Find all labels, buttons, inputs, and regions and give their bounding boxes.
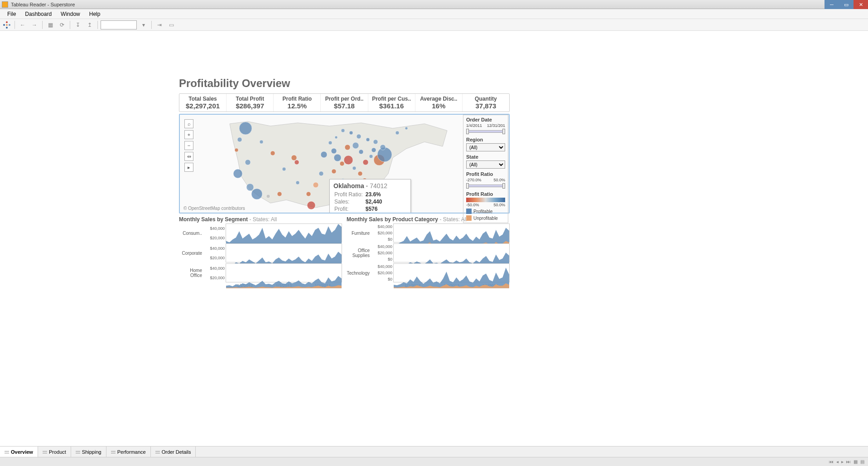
window-close-button[interactable]: ✕ (854, 0, 868, 9)
svg-point-27 (352, 166, 356, 170)
kpi-row: Total Sales$2,297,201Total Profit$286,39… (179, 93, 510, 112)
presentation-icon[interactable]: ▭ (166, 20, 176, 29)
menubar: File Dashboard Window Help (0, 9, 868, 19)
svg-point-0 (239, 122, 252, 135)
filter-state-label: State (466, 154, 505, 160)
app-icon (2, 1, 8, 8)
svg-point-47 (405, 127, 408, 130)
filter-order-date-label: Order Date (466, 117, 505, 122)
map-pin-icon[interactable]: ⇔ (184, 152, 193, 161)
svg-point-29 (363, 160, 368, 165)
window-minimize-button[interactable]: ─ (825, 0, 839, 9)
grid-icon[interactable]: ▦ (854, 459, 858, 464)
sort-desc-icon[interactable]: ↥ (85, 20, 95, 29)
svg-point-8 (277, 192, 282, 196)
tab-performance[interactable]: Performance (106, 447, 151, 457)
map-search-icon[interactable]: ⌕ (184, 119, 193, 128)
svg-point-18 (321, 151, 327, 158)
filter-panel: Order Date 1/4/201112/31/201 Region (All… (463, 115, 508, 223)
kpi-cell[interactable]: Profit per Cus..$361.16 (368, 94, 415, 112)
kpi-cell[interactable]: Profit Ratio12.5% (274, 94, 321, 112)
region-select[interactable]: (All) (466, 143, 505, 151)
kpi-cell[interactable]: Total Sales$2,297,201 (179, 94, 227, 112)
legend-item[interactable]: Unprofitable (466, 215, 505, 221)
tab-overview[interactable]: Overview (0, 447, 38, 457)
svg-point-44 (332, 169, 336, 174)
nav-last-icon[interactable]: ⏭ (846, 459, 851, 464)
mini-chart[interactable]: Home Office $40,000$20,000 (179, 263, 342, 282)
mini-chart[interactable]: Office Supplies $40,000$20,000$0 (347, 243, 510, 262)
menu-help[interactable]: Help (85, 11, 105, 17)
svg-point-21 (334, 154, 341, 161)
svg-point-30 (369, 155, 373, 158)
map-zoom-out-icon[interactable]: − (184, 141, 193, 150)
map-attribution: © OpenStreetMap contributors (183, 206, 245, 211)
sheet-icon (5, 450, 9, 454)
charts-category: Monthly Sales by Product Category - Stat… (347, 216, 510, 288)
svg-point-16 (307, 201, 315, 209)
toolbar: ← → ▦ ⟳ ↧ ↥ ▾ ⇥ ▭ (0, 19, 868, 31)
dashboard: Profitability Overview Total Sales$2,297… (179, 77, 510, 288)
back-button[interactable]: ← (18, 20, 28, 29)
menu-dashboard[interactable]: Dashboard (20, 11, 56, 17)
nav-prev-icon[interactable]: ◂ (836, 459, 839, 464)
order-date-slider[interactable] (466, 129, 505, 134)
forward-button[interactable]: → (29, 20, 39, 29)
tab-order-details[interactable]: Order Details (151, 447, 196, 457)
legend-profit-ratio-label: Profit Ratio (466, 191, 505, 197)
kpi-cell[interactable]: Quantity37,873 (463, 94, 509, 112)
window-maximize-button[interactable]: ▭ (839, 0, 854, 9)
sheet-tabs: OverviewProductShippingPerformanceOrder … (0, 446, 868, 457)
sort-asc-icon[interactable]: ↧ (73, 20, 83, 29)
svg-point-34 (380, 145, 386, 150)
svg-point-26 (359, 150, 363, 154)
svg-point-19 (328, 141, 332, 145)
map-zoom-in-icon[interactable]: + (184, 130, 193, 139)
refresh-icon[interactable]: ⟳ (57, 20, 67, 29)
sheet-icon (43, 450, 47, 454)
state-select[interactable]: (All) (466, 160, 505, 169)
sheet-icon (155, 450, 160, 454)
list-icon[interactable]: ▤ (860, 459, 864, 464)
svg-point-46 (395, 131, 399, 135)
map-play-icon[interactable]: ▸ (184, 163, 193, 172)
svg-point-36 (366, 138, 370, 141)
nav-next-icon[interactable]: ▸ (841, 459, 844, 464)
menu-file[interactable]: File (3, 11, 20, 17)
kpi-cell[interactable]: Average Disc..16% (415, 94, 463, 112)
mini-chart[interactable]: Consum.. $40,000$20,000 (179, 223, 342, 243)
mini-chart[interactable]: Technology $40,000$20,000$0 (347, 263, 510, 282)
svg-point-40 (335, 136, 338, 139)
tab-product[interactable]: Product (38, 447, 71, 457)
filter-region-label: Region (466, 137, 505, 142)
svg-point-37 (357, 134, 361, 139)
menu-window[interactable]: Window (56, 11, 85, 17)
toolbar-search-input[interactable] (101, 20, 137, 29)
svg-point-5 (246, 184, 254, 191)
map[interactable]: ⌕ + − ⇔ ▸ © OpenStreetMap contributors O… (179, 114, 510, 214)
svg-point-12 (291, 155, 297, 160)
nav-first-icon[interactable]: ⏮ (829, 459, 834, 464)
pin-icon[interactable]: ⇥ (154, 20, 164, 29)
color-gradient (466, 198, 505, 202)
mini-chart[interactable]: Corporate $40,000$20,000 (179, 243, 342, 262)
dashboard-title: Profitability Overview (179, 77, 510, 90)
mini-chart[interactable]: Furniture $40,000$20,000$0 (347, 223, 510, 243)
kpi-cell[interactable]: Total Profit$286,397 (227, 94, 274, 112)
svg-point-17 (313, 182, 318, 188)
profit-ratio-slider[interactable] (466, 183, 505, 189)
svg-point-25 (352, 142, 359, 149)
svg-point-31 (371, 148, 376, 152)
svg-point-3 (245, 160, 251, 165)
sheet-icon (76, 450, 80, 454)
statusbar: ⏮ ◂ ▸ ⏭ ▦ ▤ (0, 457, 868, 466)
svg-point-6 (251, 189, 262, 199)
svg-point-7 (266, 194, 270, 198)
legend-item[interactable]: Profitable (466, 209, 505, 214)
save-icon[interactable]: ▦ (45, 20, 55, 29)
tableau-logo-icon (2, 20, 12, 29)
tab-shipping[interactable]: Shipping (71, 447, 106, 457)
dropdown-icon[interactable]: ▾ (139, 20, 149, 29)
kpi-cell[interactable]: Profit per Ord..$57.18 (321, 94, 368, 112)
svg-point-15 (306, 192, 311, 196)
